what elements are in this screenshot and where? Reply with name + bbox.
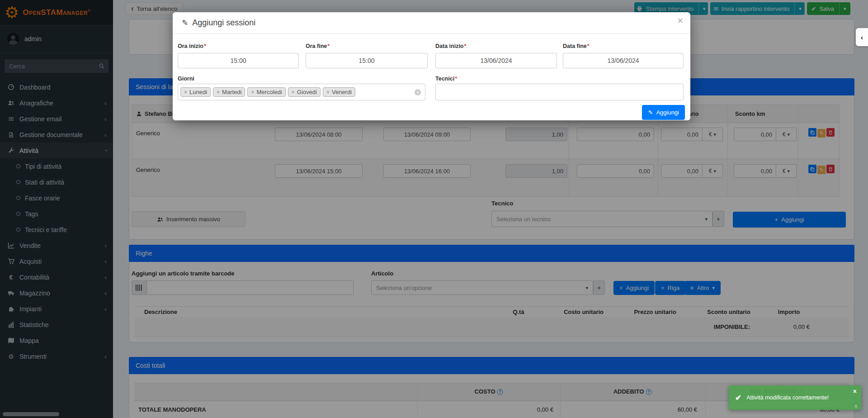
ora-inizio-input[interactable]: 15:00 bbox=[178, 53, 299, 68]
giorni-tag: ×Martedi bbox=[213, 87, 245, 97]
app-screen: ⚙ OpenSTAManager® admin Dashboard Anagra… bbox=[0, 0, 868, 418]
modal-title: Aggiungi sessioni bbox=[192, 18, 255, 28]
tecnici-label: Tecnici bbox=[435, 76, 457, 82]
tecnici-input[interactable] bbox=[435, 84, 684, 100]
close-icon[interactable]: × bbox=[677, 16, 683, 26]
modal-header: ✎ Aggiungi sessioni bbox=[173, 12, 690, 34]
giorni-tag: ×Lunedi bbox=[180, 87, 211, 97]
check-icon: ✔ bbox=[735, 393, 741, 403]
data-inizio-input[interactable]: 13/06/2024 bbox=[435, 53, 557, 68]
close-icon[interactable]: × bbox=[853, 388, 857, 395]
remove-tag-icon[interactable]: × bbox=[326, 89, 330, 95]
success-toast[interactable]: ✔ Attività modificata correttamente! × ∧ bbox=[729, 385, 861, 410]
ora-fine-input[interactable]: 15:00 bbox=[306, 53, 428, 68]
modal-submit-button[interactable]: ✎ Aggiungi bbox=[642, 105, 685, 120]
chevron-left-icon: ‹ bbox=[861, 33, 863, 41]
data-inizio-label: Data inizio bbox=[435, 43, 466, 49]
add-sessions-modal: ✎ Aggiungi sessioni × Ora inizio Ora fin… bbox=[173, 12, 690, 120]
widgets-panel-toggle[interactable]: ‹ bbox=[856, 28, 868, 46]
clear-selection-icon[interactable]: × bbox=[415, 89, 421, 95]
remove-tag-icon[interactable]: × bbox=[251, 89, 254, 95]
remove-tag-icon[interactable]: × bbox=[217, 89, 220, 95]
pencil-square-icon: ✎ bbox=[648, 109, 653, 116]
giorni-tag: ×Giovedi bbox=[288, 87, 321, 97]
toast-message: Attività modificata correttamente! bbox=[746, 394, 829, 401]
ora-fine-label: Ora fine bbox=[306, 43, 330, 49]
giorni-label: Giorni bbox=[178, 76, 194, 82]
giorni-tag: ×Venerdi bbox=[323, 87, 355, 97]
giorni-multiselect[interactable]: ×Lunedi ×Martedi ×Mercoledi ×Giovedi ×Ve… bbox=[178, 84, 425, 100]
remove-tag-icon[interactable]: × bbox=[184, 89, 187, 95]
pencil-icon: ✎ bbox=[182, 18, 188, 28]
chevron-up-icon: ∧ bbox=[854, 403, 858, 409]
ora-inizio-label: Ora inizio bbox=[178, 43, 206, 49]
data-fine-input[interactable]: 13/06/2024 bbox=[563, 53, 684, 68]
remove-tag-icon[interactable]: × bbox=[292, 89, 295, 95]
data-fine-label: Data fine bbox=[563, 43, 590, 49]
giorni-tag: ×Mercoledi bbox=[247, 87, 285, 97]
